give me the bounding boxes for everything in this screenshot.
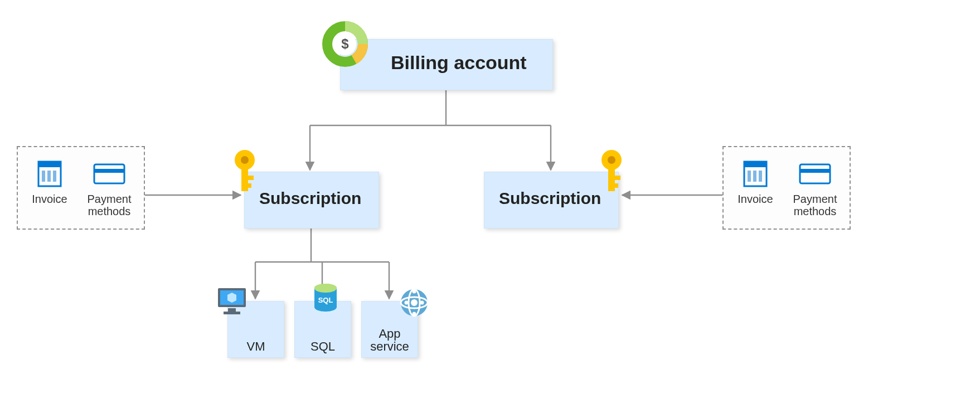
svg-point-11 bbox=[327, 26, 363, 62]
svg-point-35 bbox=[411, 299, 418, 306]
billing-account-label: Billing account bbox=[391, 52, 527, 74]
svg-point-36 bbox=[405, 301, 409, 305]
svg-point-33 bbox=[401, 297, 428, 308]
svg-rect-16 bbox=[241, 169, 248, 191]
svg-rect-23 bbox=[608, 183, 618, 188]
invoice-item: Invoice bbox=[730, 158, 780, 205]
invoice-label: Invoice bbox=[730, 193, 780, 205]
svg-rect-46 bbox=[94, 169, 124, 173]
svg-point-15 bbox=[241, 156, 249, 164]
cost-donut-icon: $ bbox=[322, 21, 368, 70]
svg-point-39 bbox=[413, 312, 416, 316]
key-icon bbox=[228, 148, 261, 200]
svg-rect-27 bbox=[224, 312, 240, 314]
svg-text:SQL: SQL bbox=[318, 296, 333, 304]
svg-point-30 bbox=[314, 284, 337, 293]
svg-rect-45 bbox=[94, 164, 124, 183]
invoice-icon bbox=[25, 158, 75, 190]
svg-rect-49 bbox=[748, 171, 751, 182]
payment-methods-label: Payment methods bbox=[80, 193, 138, 217]
svg-rect-51 bbox=[759, 171, 762, 182]
svg-point-20 bbox=[608, 156, 615, 164]
payment-methods-item: Payment methods bbox=[786, 158, 844, 217]
svg-point-32 bbox=[401, 289, 428, 316]
svg-rect-26 bbox=[228, 308, 236, 312]
app-service-icon bbox=[400, 288, 429, 319]
svg-point-14 bbox=[235, 150, 255, 170]
svg-point-38 bbox=[413, 290, 416, 294]
vm-icon bbox=[217, 287, 249, 318]
svg-rect-48 bbox=[744, 162, 766, 167]
billing-account-node: Billing account $ bbox=[340, 39, 553, 90]
billing-details-panel-left: Invoice Payment methods bbox=[17, 146, 145, 230]
svg-rect-50 bbox=[753, 171, 756, 182]
svg-marker-28 bbox=[227, 293, 236, 303]
payment-methods-label: Payment methods bbox=[786, 193, 844, 217]
svg-point-12 bbox=[334, 33, 356, 55]
subscription-label: Subscription bbox=[259, 189, 361, 208]
sql-database-icon: SQL bbox=[312, 283, 339, 318]
vm-node: VM bbox=[227, 301, 284, 358]
svg-rect-42 bbox=[42, 171, 45, 182]
svg-text:$: $ bbox=[341, 36, 349, 51]
svg-rect-53 bbox=[800, 169, 830, 173]
svg-rect-22 bbox=[608, 176, 620, 180]
invoice-item: Invoice bbox=[25, 158, 75, 205]
svg-point-34 bbox=[409, 289, 420, 316]
payment-methods-item: Payment methods bbox=[80, 158, 138, 217]
svg-rect-24 bbox=[218, 288, 246, 307]
sql-node: SQL SQL bbox=[294, 301, 351, 358]
subscription-node-1: Subscription bbox=[244, 172, 379, 229]
subscription-node-2: Subscription bbox=[484, 172, 619, 229]
sql-label: SQL bbox=[295, 340, 351, 353]
svg-rect-17 bbox=[241, 176, 254, 180]
svg-point-29 bbox=[314, 284, 337, 293]
app-service-node: App service bbox=[361, 301, 418, 358]
svg-point-19 bbox=[601, 150, 622, 170]
credit-card-icon bbox=[786, 158, 844, 190]
svg-rect-52 bbox=[800, 164, 830, 183]
billing-details-panel-right: Invoice Payment methods bbox=[722, 146, 851, 230]
svg-rect-25 bbox=[220, 290, 244, 305]
invoice-icon bbox=[730, 158, 780, 190]
svg-rect-44 bbox=[53, 171, 56, 182]
svg-rect-43 bbox=[47, 171, 51, 182]
invoice-label: Invoice bbox=[25, 193, 75, 205]
app-service-label: App service bbox=[362, 327, 418, 353]
svg-rect-18 bbox=[241, 183, 251, 188]
svg-rect-41 bbox=[38, 162, 61, 167]
svg-point-37 bbox=[420, 301, 424, 305]
subscription-label: Subscription bbox=[499, 189, 601, 208]
svg-rect-21 bbox=[608, 169, 615, 191]
vm-label: VM bbox=[228, 340, 284, 353]
credit-card-icon bbox=[80, 158, 138, 190]
